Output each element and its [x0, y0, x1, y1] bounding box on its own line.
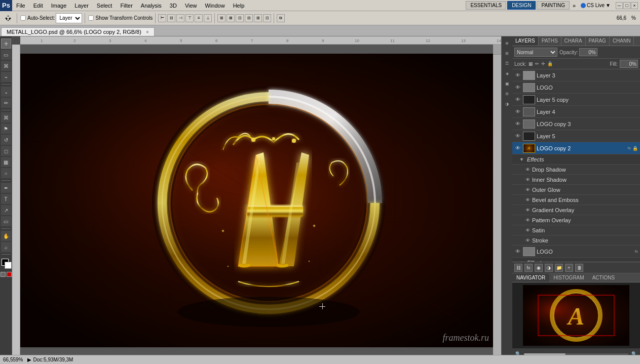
layer-group-btn[interactable]: 📁 — [555, 264, 563, 272]
layer-select[interactable]: Layer — [56, 13, 82, 23]
right-tool-5[interactable]: ▣ — [503, 79, 512, 88]
nav-tab-actions[interactable]: ACTIONS — [588, 273, 619, 282]
layer-item[interactable]: 👁 Layer 5 — [512, 130, 640, 142]
delete-layer-btn[interactable]: 🗑 — [575, 264, 583, 272]
menu-select[interactable]: Select — [93, 0, 117, 11]
layer-item[interactable]: 👁 LOGO — [512, 82, 640, 94]
tab-paths[interactable]: PATHS — [539, 36, 561, 46]
zoom-tool[interactable]: ⌕ — [1, 242, 11, 252]
layer-item[interactable]: 👁 Layer 5 copy — [512, 94, 640, 106]
preset-painting-btn[interactable]: PAINTING — [537, 1, 569, 10]
layer-item[interactable]: 👁 LOGO copy 3 — [512, 118, 640, 130]
path-selection-tool[interactable]: ↗ — [1, 205, 11, 215]
effect-visibility-icon[interactable]: 👁 — [524, 217, 531, 223]
layer-link-btn[interactable]: ⛓ — [514, 264, 522, 272]
menu-layer[interactable]: Layer — [70, 0, 93, 11]
effect-pattern-overlay[interactable]: 👁 Pattern Overlay — [512, 215, 640, 225]
lock-paint-icon[interactable]: ✏ — [535, 61, 539, 66]
effect-inner-shadow[interactable]: 👁 Inner Shadow — [512, 175, 640, 185]
effect-visibility-icon[interactable]: 👁 — [524, 197, 531, 203]
marquee-tool[interactable]: ▭ — [1, 50, 11, 60]
effect-visibility-icon[interactable]: 👁 — [524, 177, 531, 183]
align-left-btn[interactable]: ⊢ — [158, 14, 166, 22]
crop-tool[interactable]: ⌄ — [1, 87, 11, 97]
effects-collapse-icon[interactable]: ▼ — [519, 157, 524, 162]
right-tool-3[interactable]: ☰ — [503, 59, 512, 68]
lock-position-icon[interactable]: ✛ — [541, 61, 545, 66]
dist-left-btn[interactable]: ⊞ — [217, 14, 225, 22]
lasso-tool[interactable]: ⌘ — [1, 61, 11, 71]
effect-visibility-icon[interactable]: 👁 — [524, 167, 531, 173]
tab-layers[interactable]: LAYERS — [512, 36, 539, 46]
effect-visibility-icon[interactable]: 👁 — [524, 227, 531, 233]
type-tool[interactable]: T — [1, 194, 11, 204]
arrange-btn[interactable]: ⧉ — [277, 14, 285, 22]
layer-item[interactable]: 👁 LOGO fx — [512, 246, 640, 258]
lock-transparency-icon[interactable]: ▦ — [529, 61, 533, 66]
effect-gradient-overlay[interactable]: 👁 Gradient Overlay — [512, 205, 640, 215]
effects-header[interactable]: ▼ Effects — [512, 154, 640, 165]
standard-mode-btn[interactable] — [1, 272, 6, 277]
dist-right-btn[interactable]: ⊡ — [236, 14, 244, 22]
effect-visibility-icon[interactable]: 👁 — [524, 237, 531, 244]
layer-visibility-icon[interactable]: 👁 — [514, 84, 521, 91]
align-center-h-btn[interactable]: ⊟ — [167, 14, 175, 22]
doc-tab[interactable]: METALL_LOGO.psd @ 66,6% (LOGO copy 2, RG… — [1, 27, 155, 36]
layer-fx-btn[interactable]: fx — [524, 264, 533, 272]
minimize-btn[interactable]: ─ — [616, 2, 623, 9]
layer-item[interactable]: 👁 Layer 4 — [512, 106, 640, 118]
fill-input[interactable] — [620, 60, 638, 68]
layer-item[interactable]: 👁 Layer 3 — [512, 69, 640, 82]
preset-design-btn[interactable]: DESIGN — [507, 1, 536, 10]
menu-help[interactable]: Help — [229, 0, 249, 11]
menu-window[interactable]: Window — [201, 0, 229, 11]
opacity-input[interactable] — [579, 48, 597, 56]
effects-header-2[interactable]: ▼ Effects — [512, 258, 640, 262]
hand-tool[interactable]: ✋ — [1, 231, 11, 241]
eyedropper-tool[interactable]: ✏ — [1, 98, 11, 108]
magic-wand-tool[interactable]: ⌁ — [1, 72, 11, 82]
tab-chann[interactable]: CHANN — [610, 36, 634, 46]
blend-mode-select[interactable]: Normal — [514, 48, 557, 57]
effect-visibility-icon[interactable]: 👁 — [524, 207, 531, 213]
history-brush-tool[interactable]: ↺ — [1, 135, 11, 145]
effect-bevel-emboss[interactable]: 👁 Bevel and Emboss — [512, 195, 640, 205]
selected-layer-item[interactable]: 👁 A LOGO copy 2 fx 🔒 — [512, 142, 640, 154]
menu-3d[interactable]: 3D — [166, 0, 181, 11]
show-transform-checkbox[interactable] — [89, 15, 94, 20]
dist-bottom-btn[interactable]: ⊡ — [263, 14, 271, 22]
vertical-scrollbar[interactable] — [493, 45, 501, 356]
dist-center-v-btn[interactable]: ⊞ — [254, 14, 262, 22]
close-btn[interactable]: × — [631, 2, 638, 9]
lock-all-icon[interactable]: 🔒 — [547, 61, 553, 66]
auto-select-checkbox[interactable] — [20, 15, 25, 20]
eraser-tool[interactable]: ◻ — [1, 146, 11, 156]
align-top-btn[interactable]: ⊤ — [185, 14, 194, 22]
menu-analysis[interactable]: Analysis — [137, 0, 166, 11]
shape-tool[interactable]: ▭ — [1, 216, 11, 226]
color-swatch[interactable] — [1, 258, 12, 269]
tab-chara[interactable]: CHARA — [561, 36, 586, 46]
clone-tool[interactable]: ⚑ — [1, 124, 11, 134]
menu-file[interactable]: File — [12, 0, 29, 11]
effect-drop-shadow[interactable]: 👁 Drop Shadow — [512, 165, 640, 175]
restore-btn[interactable]: □ — [623, 2, 630, 9]
layer-mask-btn[interactable]: ◉ — [535, 264, 543, 272]
menu-view[interactable]: View — [181, 0, 201, 11]
menu-filter[interactable]: Filter — [116, 0, 136, 11]
layer-visibility-icon[interactable]: 👁 — [514, 108, 521, 115]
move-tool[interactable]: ✛ — [1, 38, 11, 49]
nav-tab-histogram[interactable]: HISTOGRAM — [549, 273, 588, 282]
align-bottom-btn[interactable]: ⊥ — [204, 14, 212, 22]
layer-visibility-icon[interactable]: 👁 — [514, 248, 521, 255]
gradient-tool[interactable]: ▦ — [1, 157, 11, 167]
right-tool-7[interactable]: ◑ — [503, 99, 512, 108]
menu-image[interactable]: Image — [47, 0, 71, 11]
layer-visibility-icon[interactable]: 👁 — [514, 145, 521, 152]
layer-adj-btn[interactable]: ◑ — [545, 264, 553, 272]
doc-tab-close[interactable]: × — [146, 29, 149, 35]
right-tool-2[interactable]: ⊞ — [503, 49, 512, 58]
effect-stroke[interactable]: 👁 Stroke — [512, 235, 640, 246]
dodge-tool[interactable]: ○ — [1, 168, 11, 178]
move-tool-btn[interactable] — [2, 13, 14, 23]
